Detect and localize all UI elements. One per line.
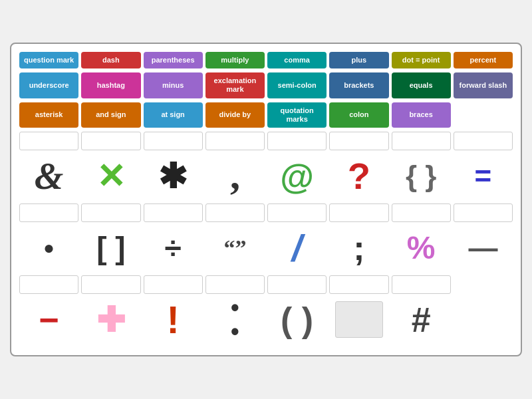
input-4[interactable] <box>205 132 265 150</box>
input-21[interactable] <box>267 275 327 294</box>
input-3[interactable] <box>144 132 203 150</box>
input-5[interactable] <box>267 132 327 150</box>
input-9[interactable] <box>19 203 78 222</box>
symbol-asterisk: ✱ <box>144 153 203 200</box>
symbol-percent: % <box>392 225 451 271</box>
symbol-hashtag: # <box>392 297 451 343</box>
btn-plus[interactable]: plus <box>329 52 388 68</box>
input-2[interactable] <box>81 132 140 150</box>
input-row-2 <box>19 203 513 222</box>
btn-question-mark[interactable]: question mark <box>19 52 78 68</box>
input-row-3 <box>19 275 513 294</box>
input-11[interactable] <box>144 203 203 222</box>
btn-colon[interactable]: colon <box>329 102 388 128</box>
symbol-section-1: & ✕ ✱ , @ ? { } = <box>19 132 513 200</box>
input-12[interactable] <box>205 203 265 222</box>
symbol-exclamation: ! <box>144 297 203 343</box>
btn-at-sign[interactable]: at sign <box>144 102 203 128</box>
symbol-divide: ÷ <box>144 225 203 271</box>
btn-equals[interactable]: equals <box>392 72 451 98</box>
btn-dash[interactable]: dash <box>81 52 140 68</box>
btn-braces[interactable]: braces <box>392 102 451 128</box>
input-row-1 <box>19 132 513 150</box>
input-15[interactable] <box>392 203 451 222</box>
symbol-semicolon: ; <box>329 225 388 271</box>
symbol-empty <box>454 297 513 343</box>
symbol-parentheses: ( ) <box>267 297 327 343</box>
input-17[interactable] <box>19 275 78 294</box>
input-18[interactable] <box>81 275 140 294</box>
symbol-row-1: & ✕ ✱ , @ ? { } = <box>19 153 513 200</box>
input-6[interactable] <box>329 132 388 150</box>
input-10[interactable] <box>81 203 140 222</box>
btn-underscore[interactable]: underscore <box>19 72 78 98</box>
btn-multiply[interactable]: multiply <box>205 52 265 68</box>
symbol-minus: − <box>19 297 78 343</box>
underscore-visual <box>335 301 382 338</box>
symbol-multiply: ✕ <box>81 153 140 200</box>
btn-dot-point[interactable]: dot = point <box>392 52 451 68</box>
symbol-ampersand: & <box>19 153 78 200</box>
btn-comma[interactable]: comma <box>267 52 327 68</box>
input-13[interactable] <box>267 203 327 222</box>
input-20[interactable] <box>205 275 265 294</box>
btn-brackets[interactable]: brackets <box>329 72 388 98</box>
input-22[interactable] <box>329 275 388 294</box>
input-1[interactable] <box>19 132 78 150</box>
btn-percent[interactable]: percent <box>454 52 513 68</box>
symbol-brackets: [ ] <box>81 225 140 271</box>
symbol-section-3: − ✚ ! •• ( ) # <box>19 275 513 343</box>
symbol-dot: ● <box>19 225 78 271</box>
input-23[interactable] <box>392 275 451 294</box>
input-8[interactable] <box>454 132 513 150</box>
btn-minus[interactable]: minus <box>144 72 203 98</box>
symbol-at: @ <box>267 153 327 200</box>
btn-hashtag[interactable]: hashtag <box>81 72 140 98</box>
btn-forward-slash[interactable]: forward slash <box>454 72 513 98</box>
symbol-braces: { } <box>392 153 451 200</box>
input-19[interactable] <box>144 275 203 294</box>
main-container: question mark dash parentheses multiply … <box>10 43 522 356</box>
btn-and-sign[interactable]: and sign <box>81 102 140 128</box>
label-row-1: question mark dash parentheses multiply … <box>19 52 513 68</box>
btn-exclamation-mark[interactable]: exclamation mark <box>205 72 265 98</box>
btn-parentheses[interactable]: parentheses <box>144 52 203 68</box>
label-row-3: asterisk and sign at sign divide by quot… <box>19 102 513 128</box>
btn-divide-by[interactable]: divide by <box>205 102 265 128</box>
symbol-section-2: ● [ ] ÷ “” / ; % — <box>19 203 513 271</box>
input-7[interactable] <box>392 132 451 150</box>
label-row-2: underscore hashtag minus exclamation mar… <box>19 72 513 98</box>
symbol-row-3: − ✚ ! •• ( ) # <box>19 297 513 343</box>
symbol-forward-slash: / <box>267 225 327 271</box>
btn-quotation-marks[interactable]: quotation marks <box>267 102 327 128</box>
btn-semi-colon[interactable]: semi-colon <box>267 72 327 98</box>
input-14[interactable] <box>329 203 388 222</box>
input-16[interactable] <box>454 203 513 222</box>
symbol-equals: = <box>454 153 513 200</box>
symbol-row-2: ● [ ] ÷ “” / ; % — <box>19 225 513 271</box>
symbol-underscore <box>329 297 388 343</box>
symbol-colon: •• <box>205 297 265 343</box>
symbol-plus: ✚ <box>81 297 140 343</box>
symbol-comma: , <box>205 153 265 200</box>
symbol-dash: — <box>454 225 513 271</box>
symbol-quotation-marks: “” <box>205 225 265 271</box>
btn-asterisk[interactable]: asterisk <box>19 102 78 128</box>
symbol-question-mark: ? <box>329 153 388 200</box>
